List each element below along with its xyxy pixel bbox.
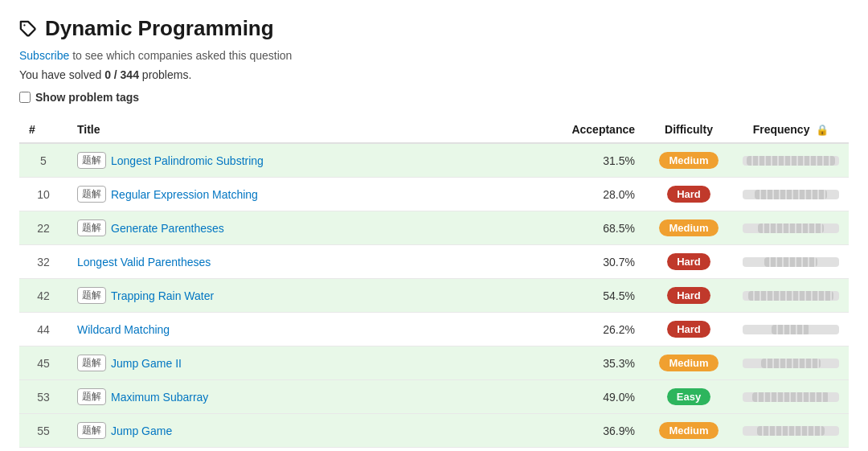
row-frequency	[733, 380, 849, 414]
problem-link[interactable]: Wildcard Matching	[77, 323, 170, 336]
difficulty-badge: Medium	[659, 422, 718, 439]
row-title[interactable]: 题解 Trapping Rain Water	[68, 279, 556, 313]
frequency-bar	[743, 392, 839, 402]
table-row: 42 题解 Trapping Rain Water 54.5% Hard	[19, 279, 849, 313]
problems-table: # Title Acceptance Difficulty Frequency …	[19, 117, 849, 448]
problem-link[interactable]: Jump Game	[111, 424, 172, 437]
frequency-bar-fill	[757, 426, 825, 436]
table-row: 5 题解 Longest Palindromic Substring 31.5%…	[19, 143, 849, 178]
row-acceptance: 54.5%	[556, 279, 645, 313]
row-title[interactable]: Wildcard Matching	[68, 313, 556, 346]
solved-prefix: You have solved	[19, 68, 104, 81]
problem-link[interactable]: Jump Game II	[111, 357, 182, 370]
table-header: # Title Acceptance Difficulty Frequency …	[19, 117, 849, 143]
problem-link[interactable]: Longest Valid Parentheses	[77, 256, 211, 269]
subscribe-suffix: to see which companies asked this questi…	[69, 49, 292, 62]
difficulty-badge: Easy	[667, 388, 710, 405]
problem-link[interactable]: Longest Palindromic Substring	[111, 154, 264, 167]
row-title[interactable]: 题解 Generate Parentheses	[68, 211, 556, 245]
solution-badge[interactable]: 题解	[77, 186, 106, 203]
frequency-bar-fill	[758, 223, 824, 233]
frequency-bar-fill	[755, 190, 827, 199]
problem-link[interactable]: Trapping Rain Water	[111, 289, 214, 302]
row-difficulty: Medium	[645, 414, 733, 448]
row-difficulty: Hard	[645, 245, 733, 279]
row-title[interactable]: 题解 Jump Game	[68, 414, 556, 448]
row-title[interactable]: 题解 Longest Palindromic Substring	[68, 143, 556, 178]
row-acceptance: 36.9%	[556, 414, 645, 448]
solution-badge[interactable]: 题解	[77, 152, 106, 169]
frequency-bar	[743, 223, 839, 233]
row-num: 32	[19, 245, 68, 279]
row-frequency	[733, 143, 849, 178]
frequency-bar	[743, 426, 839, 436]
row-acceptance: 49.0%	[556, 380, 645, 414]
difficulty-badge: Hard	[667, 186, 710, 203]
frequency-bar-fill	[752, 392, 829, 402]
header-num: #	[19, 117, 68, 143]
row-num: 55	[19, 414, 68, 448]
frequency-bar-fill	[747, 156, 835, 166]
row-title[interactable]: 题解 Jump Game II	[68, 346, 556, 380]
solution-badge[interactable]: 题解	[77, 355, 106, 371]
problem-link[interactable]: Regular Expression Matching	[111, 188, 258, 201]
table-row: 55 题解 Jump Game 36.9% Medium	[19, 414, 849, 448]
solution-badge[interactable]: 题解	[77, 287, 106, 304]
difficulty-badge: Hard	[667, 253, 710, 270]
row-title[interactable]: 题解 Regular Expression Matching	[68, 178, 556, 211]
difficulty-badge: Medium	[659, 152, 718, 169]
show-tags-row: Show problem tags	[19, 91, 849, 104]
table-row: 32 Longest Valid Parentheses 30.7% Hard	[19, 245, 849, 279]
table-row: 22 题解 Generate Parentheses 68.5% Medium	[19, 211, 849, 245]
row-difficulty: Hard	[645, 279, 733, 313]
frequency-bar	[743, 325, 839, 334]
difficulty-badge: Medium	[659, 219, 718, 236]
difficulty-badge: Medium	[659, 355, 718, 371]
row-frequency	[733, 211, 849, 245]
solved-count: 0 / 344	[104, 68, 139, 81]
frequency-bar	[743, 257, 839, 267]
header-difficulty: Difficulty	[645, 117, 733, 143]
page-title: Dynamic Programming	[45, 16, 274, 41]
subscribe-link[interactable]: Subscribe	[19, 49, 69, 62]
row-acceptance: 31.5%	[556, 143, 645, 178]
solved-line: You have solved 0 / 344 problems.	[19, 68, 849, 81]
row-difficulty: Hard	[645, 313, 733, 346]
tag-icon	[19, 20, 37, 38]
frequency-bar-fill	[764, 257, 817, 267]
row-num: 44	[19, 313, 68, 346]
frequency-bar	[743, 156, 839, 166]
row-num: 5	[19, 143, 68, 178]
row-acceptance: 35.3%	[556, 346, 645, 380]
frequency-bar-fill	[748, 291, 833, 301]
frequency-label: Frequency	[753, 123, 810, 136]
show-tags-checkbox[interactable]	[19, 92, 31, 103]
row-title[interactable]: 题解 Maximum Subarray	[68, 380, 556, 414]
row-frequency	[733, 414, 849, 448]
row-frequency	[733, 346, 849, 380]
row-difficulty: Medium	[645, 211, 733, 245]
frequency-bar	[743, 190, 839, 199]
difficulty-badge: Hard	[667, 321, 710, 338]
row-num: 53	[19, 380, 68, 414]
show-tags-label: Show problem tags	[35, 91, 139, 104]
row-num: 42	[19, 279, 68, 313]
page-container: Dynamic Programming Subscribe to see whi…	[19, 16, 849, 448]
solution-badge[interactable]: 题解	[77, 219, 106, 236]
solution-badge[interactable]: 题解	[77, 422, 106, 439]
row-frequency	[733, 313, 849, 346]
table-body: 5 题解 Longest Palindromic Substring 31.5%…	[19, 143, 849, 448]
solution-badge[interactable]: 题解	[77, 388, 106, 405]
problem-link[interactable]: Maximum Subarray	[111, 391, 208, 404]
table-row: 53 题解 Maximum Subarray 49.0% Easy	[19, 380, 849, 414]
row-acceptance: 68.5%	[556, 211, 645, 245]
row-frequency	[733, 279, 849, 313]
row-frequency	[733, 245, 849, 279]
row-acceptance: 26.2%	[556, 313, 645, 346]
row-difficulty: Hard	[645, 178, 733, 211]
problem-link[interactable]: Generate Parentheses	[111, 222, 224, 235]
header-title: Title	[68, 117, 556, 143]
frequency-bar	[743, 359, 839, 368]
row-title[interactable]: Longest Valid Parentheses	[68, 245, 556, 279]
header-acceptance: Acceptance	[556, 117, 645, 143]
